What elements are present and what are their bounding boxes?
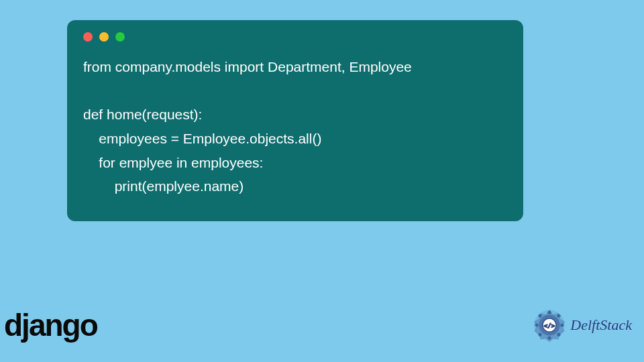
svg-text:</>: </> [544, 322, 555, 329]
svg-point-4 [548, 311, 551, 314]
code-line: print(emplyee.name) [83, 178, 244, 194]
window-controls [83, 32, 507, 42]
django-logo: django [4, 307, 97, 343]
code-line: from company.models import Department, E… [83, 59, 412, 74]
svg-point-5 [548, 337, 551, 339]
code-content: from company.models import Department, E… [83, 55, 507, 198]
close-icon [83, 32, 93, 42]
minimize-icon [99, 32, 109, 42]
svg-point-9 [557, 314, 560, 317]
maximize-icon [115, 32, 125, 42]
code-line: for emplyee in employees: [83, 155, 263, 170]
svg-point-11 [557, 333, 560, 336]
svg-point-10 [539, 333, 541, 336]
delftstack-logo: </> DelftStack [533, 308, 632, 342]
mandala-icon: </> [533, 308, 566, 342]
code-line: def home(request): [83, 107, 202, 122]
code-window: from company.models import Department, E… [67, 20, 523, 221]
delftstack-text: DelftStack [570, 316, 632, 334]
svg-point-6 [535, 324, 538, 326]
svg-point-8 [539, 314, 541, 317]
svg-point-7 [561, 324, 564, 326]
code-line: employees = Employee.objects.all() [83, 131, 321, 146]
